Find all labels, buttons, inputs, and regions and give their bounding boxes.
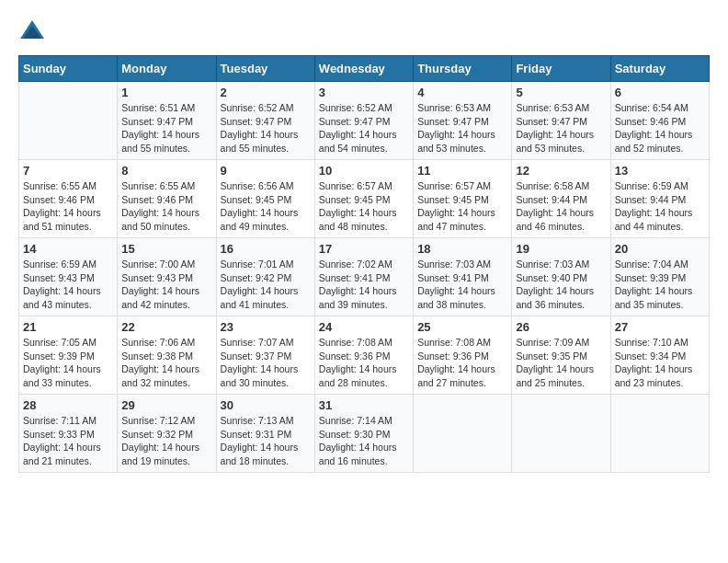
day-number: 25 [417, 320, 507, 334]
day-info: Sunrise: 7:01 AMSunset: 9:42 PMDaylight:… [221, 258, 311, 312]
day-info: Sunrise: 7:10 AMSunset: 9:34 PMDaylight:… [615, 336, 705, 390]
day-info: Sunrise: 6:52 AMSunset: 9:47 PMDaylight:… [319, 101, 409, 155]
day-number: 10 [319, 164, 409, 178]
day-info: Sunrise: 7:08 AMSunset: 9:36 PMDaylight:… [319, 336, 409, 390]
weekday-header-row: SundayMondayTuesdayWednesdayThursdayFrid… [19, 56, 710, 82]
day-number: 16 [221, 242, 311, 256]
day-number: 31 [319, 398, 409, 412]
table-cell [512, 395, 610, 473]
day-info: Sunrise: 6:53 AMSunset: 9:47 PMDaylight:… [516, 101, 606, 155]
day-info: Sunrise: 6:54 AMSunset: 9:46 PMDaylight:… [615, 101, 705, 155]
table-cell: 20Sunrise: 7:04 AMSunset: 9:39 PMDayligh… [610, 238, 709, 316]
day-info: Sunrise: 6:55 AMSunset: 9:46 PMDaylight:… [121, 179, 211, 234]
day-info: Sunrise: 7:07 AMSunset: 9:37 PMDaylight:… [221, 336, 311, 390]
week-row-4: 21Sunrise: 7:05 AMSunset: 9:39 PMDayligh… [19, 316, 710, 395]
day-info: Sunrise: 6:57 AMSunset: 9:45 PMDaylight:… [319, 179, 409, 234]
day-number: 19 [516, 242, 606, 256]
logo-icon [18, 18, 46, 46]
day-number: 27 [615, 320, 705, 334]
day-info: Sunrise: 6:56 AMSunset: 9:45 PMDaylight:… [221, 179, 311, 234]
day-number: 6 [615, 86, 705, 99]
page-header [18, 18, 710, 46]
day-info: Sunrise: 7:09 AMSunset: 9:35 PMDaylight:… [516, 336, 606, 390]
table-cell: 11Sunrise: 6:57 AMSunset: 9:45 PMDayligh… [414, 160, 512, 238]
table-cell: 8Sunrise: 6:55 AMSunset: 9:46 PMDaylight… [118, 160, 216, 238]
day-info: Sunrise: 7:11 AMSunset: 9:33 PMDaylight:… [23, 414, 113, 468]
table-cell: 2Sunrise: 6:52 AMSunset: 9:47 PMDaylight… [216, 82, 314, 160]
day-number: 24 [319, 320, 409, 334]
weekday-header-thursday: Thursday [414, 56, 512, 82]
day-info: Sunrise: 7:13 AMSunset: 9:31 PMDaylight:… [221, 414, 311, 468]
day-number: 20 [615, 242, 705, 256]
day-info: Sunrise: 7:08 AMSunset: 9:36 PMDaylight:… [417, 336, 507, 390]
day-info: Sunrise: 7:03 AMSunset: 9:41 PMDaylight:… [417, 258, 507, 312]
day-info: Sunrise: 6:51 AMSunset: 9:47 PMDaylight:… [121, 101, 211, 155]
logo [18, 18, 50, 46]
day-info: Sunrise: 6:57 AMSunset: 9:45 PMDaylight:… [417, 179, 507, 234]
table-cell: 18Sunrise: 7:03 AMSunset: 9:41 PMDayligh… [414, 238, 512, 316]
day-info: Sunrise: 6:52 AMSunset: 9:47 PMDaylight:… [221, 101, 311, 155]
day-number: 23 [221, 320, 311, 334]
table-cell [19, 82, 118, 160]
day-info: Sunrise: 6:55 AMSunset: 9:46 PMDaylight:… [23, 179, 113, 234]
table-cell: 14Sunrise: 6:59 AMSunset: 9:43 PMDayligh… [19, 238, 118, 316]
table-cell: 9Sunrise: 6:56 AMSunset: 9:45 PMDaylight… [216, 160, 314, 238]
day-number: 26 [516, 320, 606, 334]
week-row-5: 28Sunrise: 7:11 AMSunset: 9:33 PMDayligh… [19, 395, 710, 473]
table-cell: 22Sunrise: 7:06 AMSunset: 9:38 PMDayligh… [118, 316, 216, 395]
table-cell: 31Sunrise: 7:14 AMSunset: 9:30 PMDayligh… [314, 395, 413, 473]
table-cell: 1Sunrise: 6:51 AMSunset: 9:47 PMDaylight… [118, 82, 216, 160]
table-cell [414, 395, 512, 473]
day-info: Sunrise: 7:00 AMSunset: 9:43 PMDaylight:… [121, 258, 211, 312]
table-cell: 19Sunrise: 7:03 AMSunset: 9:40 PMDayligh… [512, 238, 610, 316]
day-number: 29 [121, 398, 211, 412]
table-cell: 16Sunrise: 7:01 AMSunset: 9:42 PMDayligh… [216, 238, 314, 316]
table-cell: 15Sunrise: 7:00 AMSunset: 9:43 PMDayligh… [118, 238, 216, 316]
day-info: Sunrise: 7:12 AMSunset: 9:32 PMDaylight:… [121, 414, 211, 468]
day-info: Sunrise: 6:58 AMSunset: 9:44 PMDaylight:… [516, 179, 606, 234]
week-row-2: 7Sunrise: 6:55 AMSunset: 9:46 PMDaylight… [19, 160, 710, 238]
table-cell: 27Sunrise: 7:10 AMSunset: 9:34 PMDayligh… [610, 316, 709, 395]
weekday-header-wednesday: Wednesday [314, 56, 413, 82]
table-cell: 21Sunrise: 7:05 AMSunset: 9:39 PMDayligh… [19, 316, 118, 395]
calendar-table: SundayMondayTuesdayWednesdayThursdayFrid… [18, 55, 710, 473]
day-number: 7 [23, 164, 113, 178]
table-cell: 7Sunrise: 6:55 AMSunset: 9:46 PMDaylight… [19, 160, 118, 238]
day-number: 28 [23, 398, 113, 412]
table-cell: 6Sunrise: 6:54 AMSunset: 9:46 PMDaylight… [610, 82, 709, 160]
weekday-header-saturday: Saturday [610, 56, 709, 82]
day-info: Sunrise: 6:53 AMSunset: 9:47 PMDaylight:… [417, 101, 507, 155]
table-cell: 5Sunrise: 6:53 AMSunset: 9:47 PMDaylight… [512, 82, 610, 160]
table-cell: 29Sunrise: 7:12 AMSunset: 9:32 PMDayligh… [118, 395, 216, 473]
weekday-header-friday: Friday [512, 56, 610, 82]
day-number: 5 [516, 86, 606, 99]
day-info: Sunrise: 6:59 AMSunset: 9:44 PMDaylight:… [615, 179, 705, 234]
day-number: 8 [121, 164, 211, 178]
day-info: Sunrise: 7:02 AMSunset: 9:41 PMDaylight:… [319, 258, 409, 312]
table-cell: 3Sunrise: 6:52 AMSunset: 9:47 PMDaylight… [314, 82, 413, 160]
day-number: 12 [516, 164, 606, 178]
day-info: Sunrise: 6:59 AMSunset: 9:43 PMDaylight:… [23, 258, 113, 312]
table-cell: 12Sunrise: 6:58 AMSunset: 9:44 PMDayligh… [512, 160, 610, 238]
day-number: 15 [121, 242, 211, 256]
day-info: Sunrise: 7:14 AMSunset: 9:30 PMDaylight:… [319, 414, 409, 468]
day-number: 14 [23, 242, 113, 256]
day-info: Sunrise: 7:03 AMSunset: 9:40 PMDaylight:… [516, 258, 606, 312]
day-number: 2 [221, 86, 311, 99]
table-cell: 10Sunrise: 6:57 AMSunset: 9:45 PMDayligh… [314, 160, 413, 238]
table-cell: 23Sunrise: 7:07 AMSunset: 9:37 PMDayligh… [216, 316, 314, 395]
day-info: Sunrise: 7:04 AMSunset: 9:39 PMDaylight:… [615, 258, 705, 312]
table-cell: 13Sunrise: 6:59 AMSunset: 9:44 PMDayligh… [610, 160, 709, 238]
day-number: 11 [417, 164, 507, 178]
day-info: Sunrise: 7:05 AMSunset: 9:39 PMDaylight:… [23, 336, 113, 390]
day-number: 17 [319, 242, 409, 256]
table-cell: 30Sunrise: 7:13 AMSunset: 9:31 PMDayligh… [216, 395, 314, 473]
day-number: 13 [615, 164, 705, 178]
table-cell: 4Sunrise: 6:53 AMSunset: 9:47 PMDaylight… [414, 82, 512, 160]
day-number: 3 [319, 86, 409, 99]
weekday-header-tuesday: Tuesday [216, 56, 314, 82]
week-row-3: 14Sunrise: 6:59 AMSunset: 9:43 PMDayligh… [19, 238, 710, 316]
day-number: 30 [221, 398, 311, 412]
weekday-header-monday: Monday [118, 56, 216, 82]
day-number: 18 [417, 242, 507, 256]
